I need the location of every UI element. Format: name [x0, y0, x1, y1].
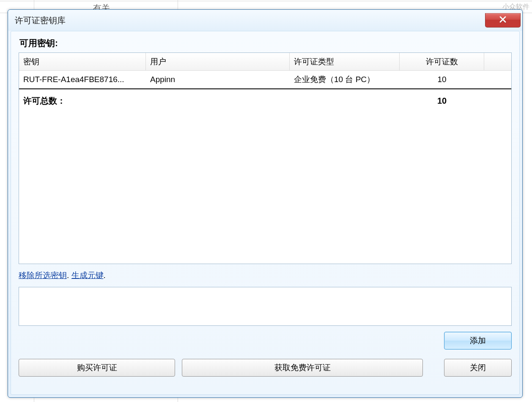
keys-table: 密钥 用户 许可证类型 许可证数 RUT-FRE-A1ea4FBE8716...…: [19, 52, 512, 264]
available-keys-label: 可用密钥:: [19, 37, 512, 49]
link-trailing: .: [104, 271, 106, 280]
close-button[interactable]: 关闭: [444, 359, 512, 377]
generate-metakey-link[interactable]: 生成元键: [71, 271, 104, 280]
links-row: 移除所选密钥. 生成元键.: [19, 270, 512, 281]
dialog-title: 许可证密钥库: [15, 15, 66, 26]
total-row: 许可总数： 10: [19, 89, 511, 112]
cell-count: 10: [400, 71, 484, 88]
header-type[interactable]: 许可证类型: [290, 53, 400, 71]
header-spacer: [484, 53, 511, 71]
total-label: 许可总数：: [19, 95, 400, 107]
buy-license-button[interactable]: 购买许可证: [19, 359, 175, 377]
cell-user: Appinn: [146, 71, 290, 88]
table-row[interactable]: RUT-FRE-A1ea4FBE8716... Appinn 企业免费（10 台…: [19, 71, 511, 88]
header-count[interactable]: 许可证数: [400, 53, 484, 71]
cell-type: 企业免费（10 台 PC）: [290, 71, 400, 88]
add-button[interactable]: 添加: [444, 332, 512, 350]
license-key-store-dialog: 许可证密钥库 可用密钥: 密钥 用户 许可证类型 许可证数 RUT-FRE-A1…: [8, 9, 523, 398]
key-input-box[interactable]: [19, 287, 512, 326]
close-window-button[interactable]: [485, 13, 521, 28]
get-free-license-button[interactable]: 获取免费许可证: [182, 359, 423, 377]
dialog-client-area: 可用密钥: 密钥 用户 许可证类型 许可证数 RUT-FRE-A1ea4FBE8…: [11, 31, 520, 395]
close-icon: [499, 15, 507, 26]
remove-selected-key-link[interactable]: 移除所选密钥: [19, 271, 67, 280]
cell-key: RUT-FRE-A1ea4FBE8716...: [19, 71, 146, 88]
header-key[interactable]: 密钥: [19, 53, 146, 71]
keys-table-header: 密钥 用户 许可证类型 许可证数: [19, 53, 511, 71]
titlebar: 许可证密钥库: [8, 10, 522, 31]
total-value: 10: [400, 96, 484, 106]
bottom-button-row: 购买许可证 获取免费许可证 关闭: [19, 359, 512, 377]
link-separator: .: [67, 271, 71, 280]
add-button-row: 添加: [19, 332, 512, 350]
header-user[interactable]: 用户: [146, 53, 290, 71]
